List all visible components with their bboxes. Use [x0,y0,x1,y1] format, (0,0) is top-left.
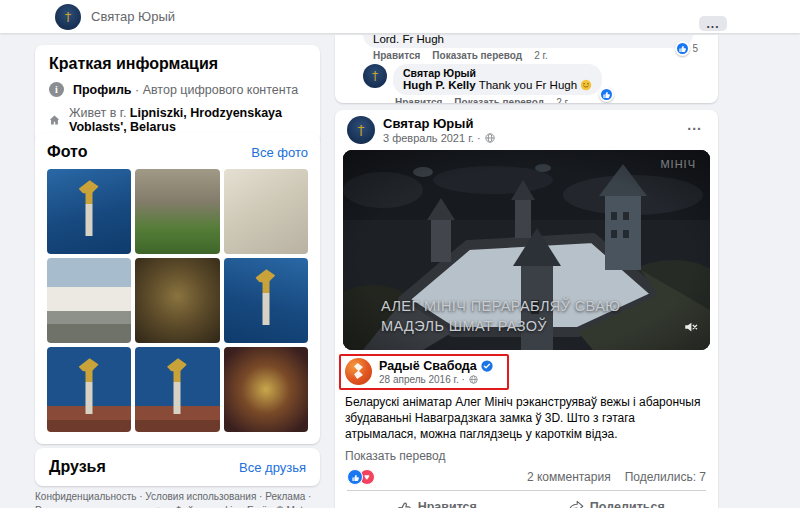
intro-profile-text: Профиль · Автор цифрового контента [73,83,298,97]
statue-glyph: † [65,9,72,24]
statue-glyph: † [372,69,378,83]
comment-like-count[interactable]: 5 [675,41,698,56]
reply-text: Hugh P. Kelly Thank you Fr Hugh [403,79,592,91]
friends-title: Друзья [49,458,106,476]
thumb-up-icon [397,500,412,508]
share-arrow-icon [568,500,584,508]
reply-avatar[interactable]: † [363,64,387,88]
intro-card: Краткая информация i Профиль · Автор циф… [35,45,320,146]
photo-thumbnail[interactable] [135,347,219,432]
verified-badge-icon [481,360,493,372]
see-all-friends-link[interactable]: Все друзья [239,460,306,475]
post-card: † Святар Юрый 3 февраль 2021 г. · ... [335,110,718,508]
comments-count-link[interactable]: 2 комментария [527,470,611,484]
like-count-number: 5 [692,43,698,54]
angel-statue-shape [174,362,181,414]
angel-statue-shape [86,184,93,236]
reply-bubble: Святар Юрый Hugh P. Kelly Thank you Fr H… [393,64,602,95]
intro-row-profile: i Профиль · Автор цифрового контента [49,82,306,97]
post-header: † Святар Юрый 3 февраль 2021 г. · ... [335,110,718,148]
photo-thumbnail[interactable] [47,169,131,254]
video-watermark: МІНІЧ [660,158,696,170]
post-author-avatar[interactable]: † [347,116,375,144]
friends-card: Друзья Все друзья [35,448,320,486]
radio-svaboda-logo[interactable] [345,358,372,385]
intro-row-location: Живет в г. Lipniszki, Hrodzyenskaya Vobl… [49,106,306,134]
video-player[interactable]: МІНІЧ АЛЕГ МІНІЧ ПЕРАРАБЛЯЎ СВАЮ МАДЭЛЬ … [343,150,710,350]
post-stats-row: ♥ 2 комментария Поделились: 7 [347,469,706,485]
globe-icon [469,375,478,384]
shared-source-annotation-box: Радыё Свабода 28 апрель 2016 г. · [339,354,509,390]
profile-name[interactable]: Святар Юрый [91,9,175,24]
photo-grid [47,169,308,432]
video-subtitle-line1: АЛЕГ МІНІЧ ПЕРАРАБЛЯЎ СВАЮ [381,298,620,314]
comment-reply: † Святар Юрый Hugh P. Kelly Thank you Fr… [363,64,718,95]
photos-card: Фото Все фото [35,133,320,444]
post-options-button-top[interactable]: ... [699,16,727,31]
angel-statue-shape [86,362,93,414]
mention-link[interactable]: Hugh P. Kelly [403,79,476,91]
photo-thumbnail[interactable] [135,258,219,343]
reactions-summary[interactable]: ♥ [347,469,375,485]
post-options-button[interactable]: ... [687,122,702,128]
info-icon: i [49,82,64,97]
reply-translate-link[interactable]: Показать перевод [454,97,544,103]
photo-thumbnail[interactable] [47,347,131,432]
share-button[interactable]: Поделиться [527,493,707,508]
photos-title: Фото [47,143,87,161]
home-icon [49,113,60,127]
legal-footer[interactable]: Конфиденциальность · Условия использован… [35,490,325,508]
photo-thumbnail[interactable] [47,258,131,343]
like-button[interactable]: Нравится [347,493,527,508]
statue-glyph: † [358,122,365,138]
globe-icon [485,133,495,143]
mute-icon[interactable] [683,320,698,338]
photo-thumbnail[interactable] [224,258,308,343]
shared-source-name[interactable]: Радыё Свабода [379,359,493,373]
comment-bubble: Lord. Fr Hugh [363,35,693,48]
comment-like-link[interactable]: Нравится [373,50,420,61]
post-date[interactable]: 3 февраль 2021 г. · [383,132,495,144]
like-reaction-icon [675,41,690,56]
comments-card: Lord. Fr Hugh 5 Нравится Показать перево… [335,35,718,103]
reply-actions: Нравится Показать перевод 2 г. [395,97,718,103]
angel-statue-shape [262,273,269,325]
comment-actions: Нравится Показать перевод 2 г. [373,50,718,61]
shared-source-date[interactable]: 28 апрель 2016 г. · [379,374,493,385]
intro-title: Краткая информация [49,55,306,73]
profile-avatar[interactable]: † [55,4,81,30]
post-text: Беларускі аніматар Алег Мініч рэканструя… [345,395,708,442]
reply-like-reaction-icon[interactable] [599,87,614,102]
photo-thumbnail[interactable] [224,347,308,432]
reply-like-link[interactable]: Нравится [395,97,442,103]
comment-text: Lord. Fr Hugh [373,35,444,45]
intro-location-text: Живет в г. Lipniszki, Hrodzyenskaya Vobl… [69,106,306,134]
top-navigation-bar: † Святар Юрый [0,0,800,33]
video-subtitle-line2: МАДЭЛЬ ШМАТ РАЗОЎ [381,318,547,334]
comment-translate-link[interactable]: Показать перевод [432,50,522,61]
post-translate-link[interactable]: Показать перевод [345,449,708,463]
like-reaction-icon [347,469,363,485]
see-all-photos-link[interactable]: Все фото [251,145,308,160]
divider [347,490,706,491]
reply-author[interactable]: Святар Юрый [403,67,592,79]
reply-timestamp: 2 г. [556,97,570,103]
smiley-emoji-icon [580,79,592,91]
post-action-buttons: Нравится Поделиться [347,493,706,508]
comment-timestamp: 2 г. [534,50,548,61]
photo-thumbnail[interactable] [135,169,219,254]
photo-thumbnail[interactable] [224,169,308,254]
shares-count-link[interactable]: Поделились: 7 [625,470,706,484]
post-author-name[interactable]: Святар Юрый [383,116,495,131]
